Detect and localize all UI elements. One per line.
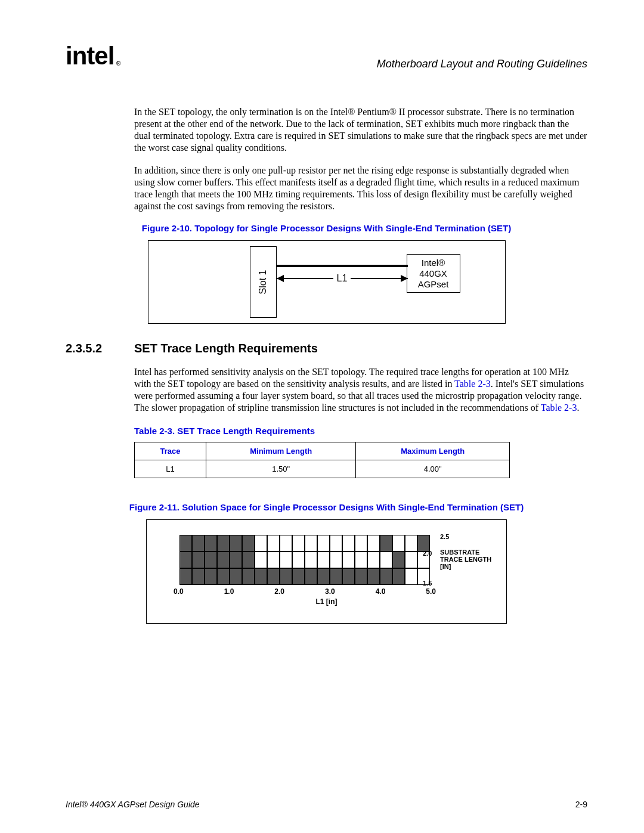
- grid-cell: [380, 552, 392, 568]
- grid-cell: [280, 552, 292, 568]
- footer-page-number: 2-9: [575, 800, 587, 809]
- l1-label: L1: [333, 273, 351, 284]
- grid-cell: [217, 568, 230, 585]
- trace-length-table: Trace Minimum Length Maximum Length L1 1…: [134, 442, 510, 478]
- table-2-3-caption: Table 2-3. SET Trace Length Requirements: [134, 426, 587, 436]
- grid-cell: [242, 535, 255, 552]
- figure-2-11-caption: Figure 2-11. Solution Space for Single P…: [66, 502, 587, 512]
- grid-cell: [317, 552, 330, 568]
- grid-cell: [405, 552, 417, 568]
- grid-cell: [205, 535, 217, 552]
- heading-number: 2.3.5.2: [66, 342, 134, 355]
- y-tick-15: 1.5: [423, 580, 441, 587]
- page-footer: Intel® 440GX AGPset Design Guide 2-9: [66, 800, 587, 809]
- x-tick-1: 1.0: [224, 587, 234, 596]
- topology-diagram: Slot 1 L1 Intel® 440GX AGPset: [148, 240, 506, 324]
- grid-cell: [280, 535, 292, 552]
- x-axis-label: L1 [in]: [147, 597, 506, 606]
- x-tick-2: 2.0: [274, 587, 284, 596]
- paragraph-1: In the SET topology, the only terminatio…: [134, 106, 587, 154]
- grid-cell: [330, 552, 342, 568]
- grid-cell: [205, 568, 217, 585]
- grid-cell: [305, 552, 317, 568]
- grid-cell: [355, 568, 367, 585]
- grid-cell: [355, 535, 367, 552]
- grid-cell: [292, 552, 305, 568]
- page-header: intel® Motherboard Layout and Routing Gu…: [66, 42, 587, 70]
- x-tick-4: 4.0: [376, 587, 386, 596]
- grid-cell: [179, 568, 192, 585]
- th-max: Maximum Length: [356, 442, 510, 460]
- grid-cell: [330, 535, 342, 552]
- grid-cell: [242, 552, 255, 568]
- grid-cell: [355, 552, 367, 568]
- x-tick-0: 0.0: [174, 587, 184, 596]
- grid-cell: [330, 568, 342, 585]
- x-tick-5: 5.0: [426, 587, 436, 596]
- figure-2-10-caption: Figure 2-10. Topology for Single Process…: [66, 223, 587, 233]
- grid-cell: [192, 535, 205, 552]
- chip-line-2: 440GX: [419, 268, 447, 279]
- heading-text: SET Trace Length Requirements: [134, 342, 318, 355]
- y-axis-label: SUBSTRATE TRACE LENGTH [IN]: [440, 549, 503, 570]
- logo-text: intel: [66, 42, 114, 70]
- chart-grid: [179, 535, 430, 585]
- grid-cell: [255, 552, 267, 568]
- paragraph-3: Intel has performed sensitivity analysis…: [134, 366, 587, 414]
- td-trace: L1: [135, 460, 206, 478]
- grid-cell: [280, 568, 292, 585]
- grid-cell: [267, 535, 280, 552]
- grid-cell: [292, 568, 305, 585]
- agpset-box: Intel® 440GX AGPset: [407, 254, 460, 293]
- grid-cell: [317, 535, 330, 552]
- grid-cell: [192, 568, 205, 585]
- grid-cell: [192, 552, 205, 568]
- chip-line-1: Intel®: [422, 258, 445, 268]
- grid-cell: [367, 568, 380, 585]
- grid-cell: [342, 568, 355, 585]
- table-2-3-link-2[interactable]: Table 2-3: [541, 402, 577, 413]
- grid-cell: [179, 535, 192, 552]
- table-2-3-link[interactable]: Table 2-3: [454, 379, 491, 389]
- grid-cell: [305, 568, 317, 585]
- intel-logo: intel®: [66, 42, 114, 70]
- x-tick-3: 3.0: [325, 587, 335, 596]
- grid-cell: [405, 535, 417, 552]
- grid-cell: [392, 535, 405, 552]
- paragraph-2: In addition, since there is only one pul…: [134, 165, 587, 212]
- registered-icon: ®: [116, 60, 120, 67]
- grid-cell: [380, 568, 392, 585]
- section-heading: 2.3.5.2 SET Trace Length Requirements: [66, 342, 587, 355]
- grid-cell: [205, 552, 217, 568]
- slot-1-box: Slot 1: [250, 246, 277, 318]
- grid-cell: [317, 568, 330, 585]
- grid-cell: [217, 535, 230, 552]
- section-title: Motherboard Layout and Routing Guideline…: [377, 58, 587, 70]
- grid-cell: [267, 552, 280, 568]
- grid-cell: [255, 568, 267, 585]
- grid-cell: [230, 568, 242, 585]
- grid-cell: [417, 535, 430, 552]
- th-trace: Trace: [135, 442, 206, 460]
- th-min: Minimum Length: [206, 442, 356, 460]
- trace-line-thick: [277, 265, 408, 267]
- y-tick-25: 2.5: [440, 533, 503, 540]
- chip-line-3: AGPset: [418, 279, 449, 290]
- grid-cell: [230, 535, 242, 552]
- slot-1-label: Slot 1: [258, 270, 268, 295]
- x-axis-ticks: 0.0 1.0 2.0 3.0 4.0 5.0: [174, 587, 436, 596]
- table-row: L1 1.50" 4.00": [135, 460, 510, 478]
- grid-cell: [342, 552, 355, 568]
- solution-space-chart: 2.5 SUBSTRATE TRACE LENGTH [IN] 2.0 1.5 …: [146, 519, 507, 624]
- grid-cell: [367, 535, 380, 552]
- grid-cell: [305, 535, 317, 552]
- grid-cell: [179, 552, 192, 568]
- arrow-left-icon: [277, 275, 284, 282]
- grid-cell: [267, 568, 280, 585]
- para3-part-c: .: [577, 402, 579, 413]
- grid-cell: [342, 535, 355, 552]
- grid-cell: [392, 552, 405, 568]
- grid-cell: [230, 552, 242, 568]
- grid-cell: [405, 568, 417, 585]
- grid-cell: [392, 568, 405, 585]
